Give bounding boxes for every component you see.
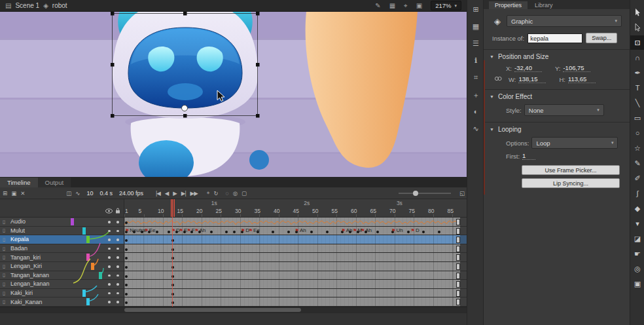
- selection-tool[interactable]: [630, 5, 644, 20]
- layer-row-badan[interactable]: ▯Badan: [0, 244, 124, 254]
- step-back-button[interactable]: ◀: [165, 190, 169, 197]
- breadcrumb-symbol[interactable]: robot: [52, 2, 67, 9]
- play-button[interactable]: ▶: [173, 190, 177, 197]
- layer-lock-dot[interactable]: [116, 230, 119, 233]
- timeline-scrollbar-thumb[interactable]: [124, 308, 301, 312]
- eye-icon[interactable]: [105, 208, 113, 215]
- keyframe[interactable]: [272, 231, 274, 233]
- layer-frames-kaki_kiri[interactable]: [124, 289, 467, 298]
- layer-visibility-dot[interactable]: [108, 256, 111, 259]
- new-layer-button[interactable]: ⊞: [3, 190, 7, 197]
- timeline-zoom-slider[interactable]: [399, 193, 451, 194]
- loop-options-dropdown[interactable]: Loop ▾: [531, 137, 618, 149]
- bone-tool[interactable]: ∫: [630, 186, 644, 201]
- layer-visibility-dot[interactable]: [108, 275, 111, 277]
- color-style-dropdown[interactable]: None ▾: [524, 104, 604, 116]
- keyframe[interactable]: [168, 231, 170, 233]
- y-value[interactable]: -106,75: [563, 64, 590, 72]
- timeline-scrollbar[interactable]: [0, 307, 467, 313]
- swap-button[interactable]: Swap...: [586, 33, 617, 43]
- keyframe[interactable]: [210, 231, 213, 233]
- layer-visibility-dot[interactable]: [108, 230, 111, 233]
- layer-lock-dot[interactable]: [116, 283, 119, 286]
- actions-panel-icon[interactable]: ＋: [467, 90, 484, 100]
- swatches-panel-icon[interactable]: ☰: [467, 39, 484, 48]
- selection-handle[interactable]: [111, 12, 115, 16]
- onion-skin-outlines-button[interactable]: ◎: [233, 190, 237, 197]
- current-frame[interactable]: 10: [83, 190, 96, 197]
- selection-handle[interactable]: [183, 114, 187, 118]
- edit-symbols-icon[interactable]: ✎: [375, 2, 380, 9]
- selection-handle[interactable]: [256, 12, 260, 16]
- layer-frames-lengan_kiri[interactable]: [124, 262, 467, 271]
- tab-output[interactable]: Output: [38, 178, 71, 187]
- layer-row-kaki_kiri[interactable]: ▯Kaki_kiri: [0, 289, 124, 298]
- layer-lock-dot[interactable]: [116, 256, 119, 259]
- keyframe[interactable]: [407, 231, 410, 233]
- keyframe[interactable]: [125, 266, 128, 269]
- new-folder-button[interactable]: ▣: [11, 190, 16, 197]
- layer-visibility-dot[interactable]: [108, 248, 111, 250]
- lip-syncing-button[interactable]: Lip Syncing...: [522, 178, 620, 188]
- cut-frames-icon[interactable]: ◫: [66, 190, 71, 197]
- keyframe[interactable]: [125, 221, 128, 224]
- layer-lock-dot[interactable]: [116, 275, 119, 277]
- layer-frames-badan[interactable]: [124, 244, 467, 254]
- symbol-type-dropdown[interactable]: Graphic ▾: [507, 15, 622, 27]
- center-playhead-button[interactable]: ⌖: [207, 189, 209, 197]
- step-forward-button[interactable]: ▶|: [181, 190, 186, 197]
- oval-tool[interactable]: ○: [630, 126, 644, 140]
- paint-bucket-tool[interactable]: ◆: [630, 201, 644, 216]
- instance-name-field[interactable]: [528, 33, 582, 43]
- frame-span[interactable]: [124, 280, 460, 288]
- history-panel-icon[interactable]: ◐: [467, 107, 484, 115]
- onion-skin-button[interactable]: ◌: [226, 190, 228, 197]
- keyframe[interactable]: [233, 231, 236, 233]
- fit-timeline-icon[interactable]: ◱: [459, 190, 464, 197]
- frame-span[interactable]: [124, 218, 460, 226]
- frame-ruler[interactable]: 1s2s3s1510152025303540455055606570758085: [124, 199, 467, 218]
- section-looping[interactable]: ▼ Looping: [484, 122, 630, 136]
- keyframe[interactable]: [125, 275, 128, 278]
- link-width-height-icon[interactable]: [494, 75, 502, 83]
- layer-row-lengan_kanan[interactable]: ▯Lengan_kanan: [0, 280, 124, 289]
- lock-icon[interactable]: [115, 208, 120, 215]
- playhead[interactable]: [172, 199, 173, 307]
- layer-visibility-dot[interactable]: [108, 301, 111, 303]
- breadcrumb-scene[interactable]: Scene 1: [15, 2, 39, 9]
- edit-multiple-frames-button[interactable]: ▢: [241, 190, 246, 197]
- brush-tool[interactable]: ✐: [630, 171, 644, 185]
- text-tool[interactable]: T: [630, 81, 644, 95]
- keyframe[interactable]: [125, 248, 128, 251]
- layer-row-lengan_kiri[interactable]: ▯Lengan_Kiri: [0, 262, 124, 271]
- layer-frames-kepala[interactable]: [124, 235, 467, 244]
- layer-frames-audio[interactable]: [124, 218, 467, 227]
- selection-handle[interactable]: [111, 63, 115, 67]
- tab-library[interactable]: Library: [529, 1, 559, 9]
- hand-tool[interactable]: ☛: [630, 246, 644, 261]
- layer-lock-dot[interactable]: [116, 248, 119, 250]
- layer-visibility-dot[interactable]: [108, 292, 111, 295]
- x-value[interactable]: -32,40: [514, 64, 542, 72]
- align-panel-icon[interactable]: ⊞: [467, 5, 484, 14]
- layer-frames-tangan_kiri[interactable]: [124, 253, 467, 262]
- layer-visibility-dot[interactable]: [108, 221, 111, 223]
- keyframe[interactable]: [156, 231, 158, 233]
- rectangle-tool[interactable]: ▭: [630, 111, 644, 125]
- h-value[interactable]: 113,65: [568, 75, 596, 83]
- layer-lock-dot[interactable]: [116, 239, 119, 241]
- w-value[interactable]: 138,15: [518, 75, 546, 83]
- keyframe[interactable]: [376, 231, 379, 233]
- layer-row-kaki_kanan[interactable]: ▯Kaki_Kanan: [0, 297, 124, 307]
- lasso-tool[interactable]: ∩: [630, 50, 644, 65]
- layer-visibility-dot[interactable]: [108, 239, 111, 241]
- transform-panel-icon[interactable]: ⌗: [467, 73, 484, 82]
- edit-scene-icon[interactable]: ▦: [389, 2, 395, 9]
- layer-row-audio[interactable]: ▯Audio: [0, 218, 124, 227]
- pen-tool[interactable]: ✒: [630, 66, 644, 80]
- section-position-size[interactable]: ▼ Position and Size: [484, 49, 630, 63]
- tab-properties[interactable]: Properties: [489, 1, 528, 9]
- layer-lock-dot[interactable]: [116, 292, 119, 295]
- keyframe[interactable]: [287, 231, 290, 233]
- timeline-zoom-knob[interactable]: [413, 191, 418, 196]
